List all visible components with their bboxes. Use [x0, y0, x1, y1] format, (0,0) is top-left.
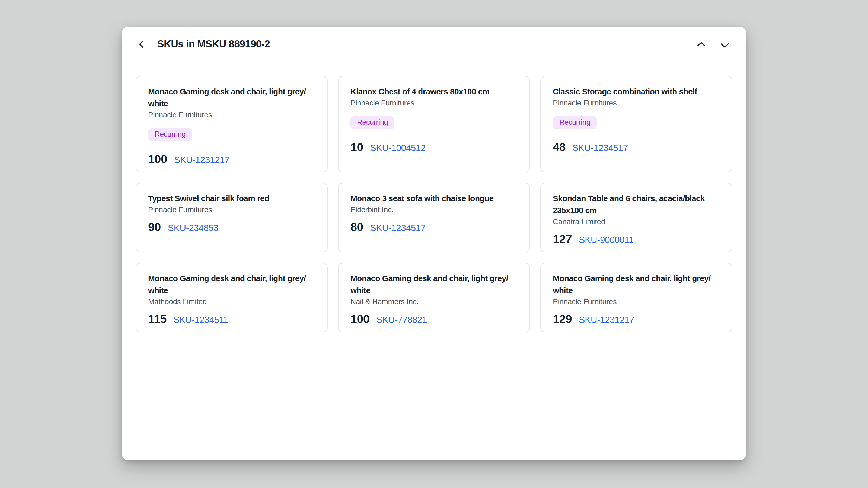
supplier-name: Nail & Hammers Inc.	[350, 296, 418, 307]
sku-card-grid: Monaco Gaming desk and chair, light grey…	[122, 62, 746, 346]
sku-card: Klanox Chest of 4 drawers 80x100 cm Pinn…	[338, 76, 530, 172]
sku-link[interactable]: SKU-1234517	[572, 140, 628, 156]
sku-modal: SKUs in MSKU 889190-2 Monaco Gaming desk…	[122, 27, 746, 460]
sku-card: Monaco Gaming desk and chair, light grey…	[338, 263, 530, 332]
back-button[interactable]	[135, 37, 148, 52]
chevron-down-button[interactable]	[717, 38, 733, 53]
supplier-name: Pinnacle Furnitures	[350, 98, 414, 108]
product-title: Skondan Table and 6 chairs, acacia/black…	[553, 193, 720, 216]
quantity-value: 129	[553, 311, 572, 326]
quantity-value: 100	[350, 311, 369, 326]
supplier-name: Elderbint Inc.	[350, 204, 394, 215]
product-title: Classic Storage combination with shelf	[553, 86, 697, 98]
sku-link[interactable]: SKU-1231217	[174, 152, 229, 167]
quantity-row: 90 SKU-234853	[148, 219, 218, 236]
quantity-row: 115 SKU-1234511	[148, 311, 228, 327]
quantity-value: 80	[350, 219, 363, 234]
quantity-value: 10	[350, 139, 363, 155]
quantity-value: 48	[553, 139, 565, 155]
quantity-row: 48 SKU-1234517	[553, 139, 628, 156]
recurring-badge: Recurring	[350, 116, 394, 129]
sku-card: Skondan Table and 6 chairs, acacia/black…	[540, 183, 733, 252]
quantity-row: 100 SKU-1231217	[148, 151, 229, 167]
page-title: SKUs in MSKU 889190-2	[157, 38, 270, 50]
quantity-value: 90	[148, 219, 161, 234]
quantity-row: 100 SKU-778821	[350, 311, 427, 327]
supplier-name: Pinnacle Furnitures	[148, 109, 212, 120]
supplier-name: Pinnacle Furnitures	[148, 204, 212, 215]
product-title: Klanox Chest of 4 drawers 80x100 cm	[350, 86, 489, 98]
quantity-row: 10 SKU-1004512	[350, 139, 426, 156]
product-title: Typest Swivel chair silk foam red	[148, 193, 269, 204]
quantity-row: 129 SKU-1231217	[553, 311, 634, 327]
sku-link[interactable]: SKU-1234511	[174, 312, 228, 327]
recurring-badge: Recurring	[553, 116, 597, 129]
chevron-left-icon	[137, 40, 146, 49]
supplier-name: Pinnacle Furnitures	[553, 98, 617, 108]
product-title: Monaco Gaming desk and chair, light grey…	[553, 272, 720, 296]
product-title: Monaco Gaming desk and chair, light grey…	[350, 272, 518, 296]
modal-header: SKUs in MSKU 889190-2	[122, 27, 746, 62]
sku-link[interactable]: SKU-234853	[168, 220, 218, 236]
sku-card: Monaco Gaming desk and chair, light grey…	[135, 76, 328, 172]
quantity-value: 127	[553, 231, 572, 247]
product-title: Monaco 3 seat sofa with chaise longue	[350, 193, 494, 204]
sku-link[interactable]: SKU-9000011	[579, 232, 633, 248]
chevron-down-icon	[720, 42, 730, 49]
sku-card: Monaco Gaming desk and chair, light grey…	[135, 263, 328, 332]
recurring-badge: Recurring	[148, 128, 192, 141]
sku-card: Monaco Gaming desk and chair, light grey…	[540, 263, 733, 332]
sku-link[interactable]: SKU-1004512	[370, 140, 426, 156]
quantity-value: 115	[148, 311, 166, 326]
sku-card: Classic Storage combination with shelf P…	[540, 76, 733, 172]
product-title: Monaco Gaming desk and chair, light grey…	[148, 272, 315, 296]
sku-link[interactable]: SKU-1231217	[579, 312, 634, 327]
supplier-name: Mathoods Limited	[148, 296, 207, 307]
chevron-up-button[interactable]	[693, 37, 709, 52]
quantity-row: 80 SKU-1234517	[350, 219, 426, 236]
supplier-name: Canatra Limited	[553, 216, 605, 227]
product-title: Monaco Gaming desk and chair, light grey…	[148, 86, 315, 109]
sku-card: Monaco 3 seat sofa with chaise longue El…	[338, 183, 530, 252]
sku-link[interactable]: SKU-778821	[376, 312, 427, 327]
quantity-row: 127 SKU-9000011	[553, 231, 633, 248]
quantity-value: 100	[148, 151, 167, 166]
sku-link[interactable]: SKU-1234517	[370, 220, 426, 236]
chevron-up-icon	[696, 41, 706, 47]
supplier-name: Pinnacle Furnitures	[553, 296, 617, 307]
sku-card: Typest Swivel chair silk foam red Pinnac…	[135, 183, 328, 252]
